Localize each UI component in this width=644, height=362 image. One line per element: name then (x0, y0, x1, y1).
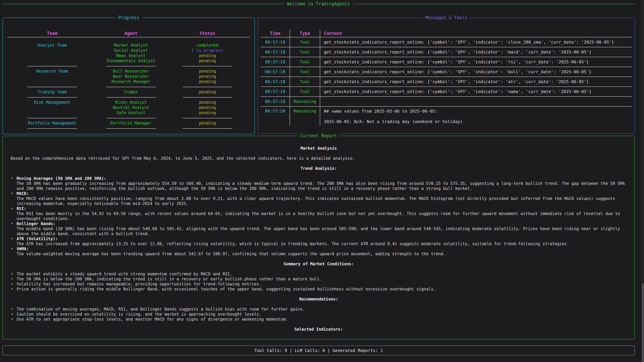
bullet-icon: • (11, 282, 13, 287)
message-row: 00:57:18 Tool get_stockstats_indicators_… (260, 67, 632, 77)
bullet-body: The 50 SMA has been gradually increasing… (16, 181, 625, 191)
agent-cell: Social Analyst (97, 48, 165, 53)
team-cell: Research Team (7, 69, 97, 74)
message-time: 00:57:18 (260, 77, 290, 86)
report-intro: Based on the comprehensive data retrieve… (10, 156, 627, 161)
agent-cell: Market Analyst (97, 43, 165, 48)
status-separator-line (183, 66, 232, 66)
section-heading: Selected Indicators: (10, 327, 627, 332)
column-header-time: Time (260, 30, 290, 37)
agent-separator-line (106, 118, 156, 118)
progress-separator (7, 84, 250, 89)
progress-separator (7, 63, 250, 69)
status-bar-text: Tool Calls: 9 | LLM Calls: 6 | Generated… (254, 348, 383, 353)
status-bar: Tool Calls: 9 | LLM Calls: 6 | Generated… (2, 346, 635, 355)
bullet-icon: • (11, 176, 13, 181)
team-separator-line (27, 66, 77, 66)
progress-row: Research Team Bull Researcher pending (7, 69, 250, 74)
messages-panel: Messages & Tools Time Type Content 00:57… (258, 17, 635, 134)
agent-cell: Bear Researcher (97, 74, 165, 79)
agent-cell: Risky Analyst (97, 100, 165, 105)
progress-separator (7, 95, 250, 100)
message-time: 00:57:18 (260, 57, 290, 67)
bullet-icon: • (11, 191, 13, 196)
message-type: Tool (290, 67, 320, 77)
message-row: 00:57:18 Tool get_stockstats_indicators_… (260, 87, 632, 97)
bullet-title: Bollinger Bands: (16, 221, 55, 226)
message-row: 00:57:18 Reasoning (260, 97, 632, 107)
report-bullet: •ATR (Volatility):The ATR has increased … (10, 236, 627, 246)
status-separator-line (183, 97, 232, 97)
progress-row: Research Manager pending (7, 79, 250, 84)
status-cell: pending (165, 105, 250, 110)
status-label: pending (199, 74, 216, 79)
report-section: Summary of Market Conditions: •The marke… (10, 261, 627, 292)
progress-row: Safe Analyst pending (7, 110, 250, 115)
report-panel: Current Report Market Analysis Based on … (2, 136, 635, 339)
scrollbar-thumb[interactable] (642, 283, 644, 362)
agent-cell: Safe Analyst (97, 110, 165, 115)
tradingagents-app: Welcome to TradingAgents Progress Team A… (0, 0, 644, 362)
message-time: 00:57:18 (260, 47, 290, 57)
status-cell: pending (165, 89, 250, 95)
status-cell: pending (165, 53, 250, 58)
bullet-title: Moving Averages (50 SMA and 200 SMA): (16, 176, 106, 181)
message-time: 00:57:20 (260, 107, 290, 126)
status-label: pending (199, 79, 216, 84)
status-label: pending (199, 100, 216, 105)
messages-table-header: Time Type Content (260, 30, 632, 37)
progress-row: Fundamentals Analyst pending (7, 58, 250, 63)
report-bullet: •Bollinger Bands:The middle band (20 SMA… (10, 221, 627, 236)
message-row: 00:57:18 Tool get_stockstats_indicators_… (260, 47, 632, 57)
status-label: pending (199, 110, 216, 115)
team-cell: Risk Management (7, 100, 97, 105)
team-cell (7, 48, 97, 53)
bullet-title: RSI: (16, 206, 26, 211)
agent-cell: Research Manager (97, 79, 165, 84)
progress-table: Team Agent Status Analyst Team Market An… (7, 30, 250, 131)
report-heading: Market Analysis (10, 146, 627, 151)
report-section: Recommendations: •The combination of mov… (10, 297, 627, 322)
bullet-icon: • (11, 206, 13, 211)
progress-row: Bear Researcher pending (7, 74, 250, 79)
status-cell: completed (165, 43, 250, 48)
message-row: 00:57:18 Tool get_stockstats_indicators_… (260, 77, 632, 87)
bullet-icon: • (11, 272, 13, 277)
status-cell: pending (165, 121, 250, 126)
section-heading: Recommendations: (10, 297, 627, 302)
team-cell (7, 53, 97, 58)
message-content: get_stockstats_indicators_report_online:… (320, 47, 632, 57)
message-row: 00:57:18 Tool get_stockstats_indicators_… (260, 37, 632, 47)
status-cell: ⠇in_progress (165, 48, 250, 53)
message-time: 00:57:18 (260, 97, 290, 106)
team-cell (7, 74, 97, 79)
bullet-body: The market exhibits a steady upward tren… (16, 272, 232, 276)
message-row: 00:57:18 Tool get_stockstats_indicators_… (260, 57, 632, 67)
section-heading: Summary of Market Conditions: (10, 261, 627, 267)
bullet-body: Volatility has increased but remains man… (16, 282, 261, 286)
message-content: ## vwma values from 2025-05-06 to 2025-0… (320, 107, 632, 126)
message-content: get_stockstats_indicators_report_online:… (320, 87, 632, 96)
messages-panel-title: Messages & Tools (422, 15, 470, 20)
team-cell (7, 110, 97, 115)
report-content: Market Analysis Based on the comprehensi… (3, 136, 634, 332)
progress-table-body: Analyst Team Market Analyst completed So… (7, 37, 250, 131)
bullet-icon: • (11, 246, 13, 251)
rule-line-right (353, 4, 635, 4)
agent-cell: Portfolio Manager (97, 121, 165, 126)
status-label: pending (199, 105, 216, 110)
progress-separator (7, 115, 250, 121)
welcome-rule: Welcome to TradingAgents (2, 1, 635, 6)
team-separator-line (27, 87, 77, 87)
column-header-type: Type (290, 30, 320, 37)
agent-cell: Neutral Analyst (97, 105, 165, 110)
bullet-icon: • (11, 317, 13, 322)
report-bullet: •The 50 SMA is below the 200 SMA, indica… (10, 277, 627, 282)
agent-cell: News Analyst (97, 53, 165, 58)
bullet-icon: • (11, 307, 13, 312)
report-bullet: •Price action is generally riding the mi… (10, 287, 627, 292)
report-bullet: •The combination of moving averages, MAC… (10, 307, 627, 312)
status-label: pending (199, 90, 216, 94)
team-cell: Portfolio Management (7, 121, 97, 126)
agent-cell: Bull Researcher (97, 69, 165, 74)
